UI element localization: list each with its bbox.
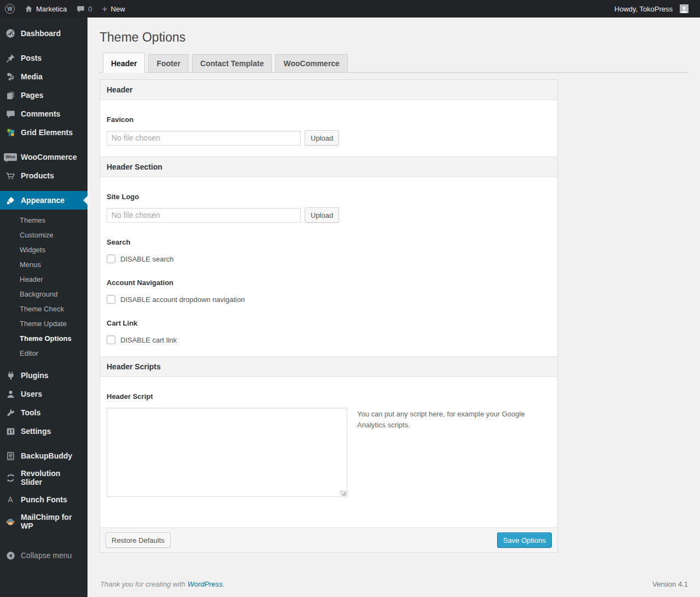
sidebar-item-posts[interactable]: Posts — [0, 49, 88, 67]
page-footer: Thank you for creating with WordPress. V… — [100, 580, 688, 588]
admin-bar-left: W Marketica 0 + New — [0, 0, 130, 18]
dashboard-icon — [5, 28, 16, 39]
disable-account-nav-checkbox[interactable] — [107, 295, 115, 304]
sidebar-item-label: Appearance — [21, 196, 65, 205]
header-script-textarea[interactable] — [107, 408, 347, 497]
mailchimp-monkey-icon — [5, 516, 16, 527]
site-logo-upload-button[interactable]: Upload — [305, 207, 339, 223]
sidebar-item-backupbuddy[interactable]: BackupBuddy — [0, 447, 88, 465]
pages-icon — [5, 90, 16, 101]
wrench-icon — [5, 407, 16, 418]
sidebar-item-label: Pages — [21, 91, 43, 100]
sidebar-item-plugins[interactable]: Plugins — [0, 366, 88, 385]
home-icon — [25, 5, 33, 13]
sidebar-item-products[interactable]: Products — [0, 166, 88, 185]
admin-bar-right: Howdy, TokoPress — [610, 0, 700, 18]
sidebar-item-dashboard[interactable]: Dashboard — [0, 24, 88, 43]
tab-footer[interactable]: Footer — [148, 54, 189, 72]
new-label: New — [111, 5, 125, 13]
sidebar-item-label: Comments — [21, 109, 60, 118]
sidebar-item-label: Revolution Slider — [21, 469, 83, 486]
submenu-item-menus[interactable]: Menus — [0, 257, 88, 272]
user-icon — [5, 389, 16, 399]
letter-a-glyph: A — [8, 495, 13, 504]
admin-bar: W Marketica 0 + New Howdy, TokoPress — [0, 0, 700, 18]
admin-menu: Dashboard Posts Media Pages Commen — [0, 18, 88, 597]
sidebar-item-mailchimp[interactable]: MailChimp for WP — [0, 509, 88, 534]
disable-cart-link-checkbox[interactable] — [107, 335, 115, 344]
sidebar-item-label: Punch Fonts — [21, 495, 67, 504]
wordpress-link[interactable]: WordPress — [188, 580, 223, 588]
tab-woocommerce[interactable]: WooCommerce — [275, 54, 347, 72]
menu-separator — [0, 440, 88, 447]
woocommerce-icon: Woo — [5, 152, 16, 163]
favicon-label: Favicon — [107, 115, 551, 124]
submenu-item-background[interactable]: Background — [0, 287, 88, 302]
sidebar-item-label: Grid Elements — [21, 128, 73, 137]
header-script-field: Header Script You can put any script her… — [100, 392, 557, 528]
collapse-arrow-icon — [5, 550, 16, 561]
sidebar-item-label: Users — [21, 390, 42, 398]
sidebar-item-media[interactable]: Media — [0, 67, 88, 86]
site-link[interactable]: Marketica — [20, 0, 72, 18]
submenu-item-customize[interactable]: Customize — [0, 228, 88, 242]
my-account-menu[interactable]: Howdy, TokoPress — [610, 0, 693, 18]
sidebar-item-users[interactable]: Users — [0, 385, 88, 403]
sidebar-item-comments[interactable]: Comments — [0, 105, 88, 123]
favicon-upload-button[interactable]: Upload — [305, 130, 339, 146]
avatar — [680, 4, 689, 13]
sidebar-item-tools[interactable]: Tools — [0, 403, 88, 422]
panel-action-bar: Restore Defaults Save Options — [100, 528, 557, 552]
tab-header[interactable]: Header — [103, 53, 145, 73]
wp-logo-menu[interactable]: W — [0, 0, 20, 18]
section-header-section: Header Section — [100, 157, 557, 177]
sidebar-item-label: Settings — [21, 427, 51, 436]
comments-shortcut[interactable]: 0 — [72, 0, 97, 18]
section-header-scripts: Header Scripts — [100, 356, 557, 377]
collapse-menu-button[interactable]: Collapse menu — [0, 546, 88, 565]
site-logo-file-input[interactable] — [107, 208, 301, 223]
submenu-item-theme-check[interactable]: Theme Check — [0, 302, 88, 316]
site-logo-field: Site Logo Upload — [100, 193, 557, 223]
sidebar-item-revolution-slider[interactable]: Revolution Slider — [0, 465, 88, 490]
page-title: Theme Options — [100, 18, 689, 49]
tab-contact-template[interactable]: Contact Template — [192, 54, 272, 72]
search-field: Search DISABLE search — [100, 238, 557, 263]
sidebar-item-punch-fonts[interactable]: A Punch Fonts — [0, 490, 88, 509]
backupbuddy-icon — [5, 450, 16, 461]
sidebar-item-settings[interactable]: Settings — [0, 422, 88, 440]
search-label: Search — [107, 238, 551, 246]
disable-search-checkbox[interactable] — [107, 254, 115, 263]
sidebar-item-appearance[interactable]: Appearance — [0, 191, 88, 210]
appearance-submenu: Themes Customize Widgets Menus Header Ba… — [0, 210, 88, 366]
sidebar-item-woocommerce[interactable]: Woo WooCommerce — [0, 148, 88, 166]
site-logo-label: Site Logo — [107, 193, 551, 201]
sidebar-item-label: Plugins — [21, 371, 49, 380]
submenu-item-widgets[interactable]: Widgets — [0, 242, 88, 257]
disable-account-nav-label: DISABLE account dropdown navigation — [120, 295, 245, 304]
thanks-prefix: Thank you for creating with — [100, 580, 185, 588]
submenu-item-theme-options[interactable]: Theme Options — [0, 331, 88, 346]
favicon-file-input[interactable] — [107, 131, 301, 146]
submenu-item-theme-update[interactable]: Theme Update — [0, 316, 88, 331]
submenu-item-themes[interactable]: Themes — [0, 213, 88, 228]
sidebar-item-label: Products — [21, 171, 54, 180]
sidebar-item-label: Media — [21, 72, 43, 81]
sidebar-item-label: Dashboard — [21, 29, 61, 38]
submenu-item-header[interactable]: Header — [0, 272, 88, 287]
header-script-help-text: You can put any script here, for example… — [357, 409, 527, 431]
plugin-icon — [5, 370, 16, 381]
menu-separator — [0, 43, 88, 49]
save-options-button[interactable]: Save Options — [497, 532, 552, 548]
account-navigation-field: Account Navigation DISABLE account dropd… — [100, 279, 557, 304]
sidebar-item-label: WooCommerce — [21, 153, 77, 161]
restore-defaults-button[interactable]: Restore Defaults — [106, 532, 171, 548]
submenu-item-editor[interactable]: Editor — [0, 346, 88, 361]
sidebar-item-label: MailChimp for WP — [21, 513, 83, 530]
punch-fonts-icon: A — [5, 494, 16, 505]
grid-elements-icon — [5, 127, 16, 138]
sidebar-item-grid-elements[interactable]: Grid Elements — [0, 123, 88, 142]
header-script-label: Header Script — [107, 392, 551, 401]
sidebar-item-pages[interactable]: Pages — [0, 86, 88, 105]
new-content-menu[interactable]: + New — [97, 0, 130, 18]
